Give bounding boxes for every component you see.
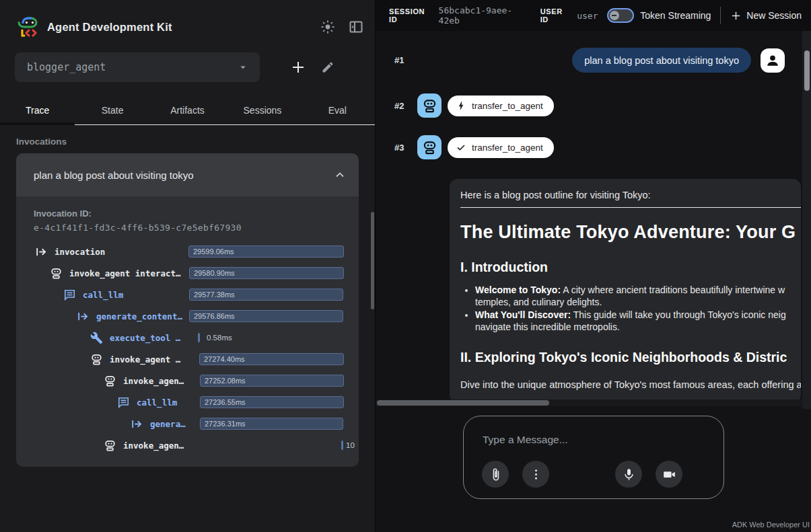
invocation-id-value: e-4c1f41f1-fd3c-4ff6-b539-c7e5ebf67930 [34, 223, 359, 233]
robot-icon [90, 353, 103, 366]
message-row-3: #3 transfer_to_agent [376, 135, 811, 159]
trace-row-invoke-agent: invoke_agen… 10 [34, 434, 359, 456]
trace-row-label[interactable]: call_llm [137, 397, 177, 408]
horizontal-scrollbar-thumb[interactable] [377, 400, 549, 406]
session-id-value: 56bcabc1-9aee-42eb [439, 5, 529, 26]
session-id-label: SESSION ID [389, 7, 433, 24]
microphone-button[interactable] [615, 461, 642, 488]
trace-duration-tick [341, 441, 343, 450]
agent-select-row: blogger_agent [0, 52, 375, 82]
chevron-up-icon[interactable] [333, 168, 347, 182]
trace-row-label[interactable]: generate_content… [96, 311, 182, 321]
message-row-2: #2 transfer_to_agent [376, 93, 811, 118]
plus-icon [730, 10, 742, 22]
blog-title: The Ultimate Tokyo Adventure: Your G [460, 222, 790, 243]
blog-section-1: I. Introduction [460, 260, 790, 275]
tab-state[interactable]: State [75, 96, 149, 124]
message-input[interactable]: Type a Message... [463, 416, 724, 499]
robot-icon [422, 98, 437, 114]
chevron-down-icon [237, 61, 249, 73]
blog-intro-text: Here is a blog post outline for visiting… [460, 190, 790, 200]
tab-eval[interactable]: Eval [300, 96, 375, 124]
collapse-sidebar-button[interactable] [348, 19, 364, 35]
invocation-title: plan a blog post about visiting tokyo [34, 169, 333, 181]
trace-duration-bar: 27236.55ms [200, 396, 344, 408]
user-message-bubble: plan a blog post about visiting tokyo [572, 48, 751, 73]
agent-select[interactable]: blogger_agent [15, 52, 260, 82]
blog-bullet: Welcome to Tokyo: A city where ancient t… [475, 284, 790, 308]
person-icon [765, 53, 780, 68]
sidebar-scrollbar-thumb[interactable] [371, 212, 374, 309]
token-streaming-toggle[interactable] [607, 8, 634, 23]
edit-agent-button[interactable] [321, 61, 334, 74]
trace-duration-bar: 29599.06ms [188, 245, 344, 258]
chat-icon [117, 396, 130, 409]
trace-row-label[interactable]: call_llm [83, 290, 123, 300]
trace-row-generate-content: genera… 27236.31ms [34, 413, 359, 434]
toggle-knob [610, 11, 619, 20]
video-button[interactable] [656, 461, 682, 488]
trace-duration-bar: 29580.90ms [189, 267, 344, 279]
trace-row-label[interactable]: invoke_agent … [110, 354, 180, 365]
function-response-chip[interactable]: transfer_to_agent [448, 137, 554, 158]
trace-row-invoke-agent: invoke_agen… 27252.08ms [34, 370, 359, 391]
blog-paragraph: Dive into the unique atmosphere of Tokyo… [460, 379, 790, 390]
message-number: #1 [394, 55, 417, 65]
user-id-value: user [577, 11, 598, 21]
trace-duration-bar: 27236.31ms [200, 418, 343, 430]
robot-icon [50, 267, 63, 280]
trace-row-label[interactable]: invoke_agen… [123, 441, 184, 451]
trace-duration-text: 10 [346, 440, 355, 451]
app-title: Agent Development Kit [47, 21, 172, 34]
vertical-scrollbar-thumb[interactable] [804, 50, 810, 91]
theme-toggle-button[interactable] [320, 19, 336, 35]
trace-row-label[interactable]: genera… [150, 419, 186, 429]
message-number: #3 [394, 143, 417, 153]
trace-row-label[interactable]: invoke_agen… [123, 376, 184, 386]
blog-divider [460, 207, 801, 208]
bot-avatar [417, 93, 442, 118]
function-call-chip[interactable]: transfer_to_agent [448, 96, 554, 116]
span-arrow-icon [131, 418, 143, 430]
bolt-icon [456, 100, 466, 111]
more-options-button[interactable] [522, 461, 549, 488]
trace-duration-bar: 27252.08ms [200, 375, 344, 387]
token-streaming-label: Token Streaming [640, 10, 711, 21]
sidebar-panel: Agent Development Kit blogger_agent Trac… [0, 0, 375, 532]
trace-row-label[interactable]: execute_tool … [110, 333, 180, 343]
user-id-label: USER ID [540, 7, 571, 24]
adk-web-app: Agent Development Kit blogger_agent Trac… [0, 0, 811, 532]
trace-duration-bar: 29576.86ms [189, 310, 343, 322]
invocation-card-body: Invocation ID: e-4c1f41f1-fd3c-4ff6-b539… [16, 196, 359, 467]
wrench-icon [90, 332, 103, 344]
new-agent-button[interactable] [290, 59, 306, 75]
message-row-1: #1 plan a blog post about visiting tokyo [376, 48, 811, 73]
tab-sessions[interactable]: Sessions [225, 96, 299, 124]
span-arrow-icon [35, 245, 48, 258]
bot-avatar [417, 135, 442, 159]
robot-icon [104, 439, 116, 452]
trace-row-call-llm: call_llm 27236.55ms [34, 391, 359, 413]
invocation-card-header[interactable]: plan a blog post about visiting tokyo [16, 153, 359, 196]
trace-row-execute-tool: execute_tool … 0.58ms [34, 327, 359, 348]
new-session-button[interactable]: New Session [730, 10, 802, 22]
check-icon [456, 142, 466, 153]
adk-logo-icon [17, 16, 40, 38]
robot-icon [104, 375, 116, 387]
tab-trace[interactable]: Trace [0, 96, 75, 124]
sidebar-tabs: Trace State Artifacts Sessions Eval [0, 96, 375, 125]
tab-artifacts[interactable]: Artifacts [150, 96, 225, 124]
user-avatar [761, 48, 785, 73]
message-number: #2 [394, 101, 417, 111]
footer-label: ADK Web Developer UI [732, 521, 810, 529]
trace-duration-tick [198, 333, 200, 342]
trace-row-label[interactable]: invoke_agent interact… [69, 268, 181, 278]
invocation-id-label: Invocation ID: [34, 208, 359, 219]
agent-select-value: blogger_agent [27, 61, 237, 73]
paperclip-icon [489, 467, 503, 482]
attach-file-button[interactable] [482, 461, 509, 488]
chat-scroll-area[interactable]: #1 plan a blog post about visiting tokyo… [376, 31, 811, 409]
chat-icon [63, 289, 76, 301]
trace-row-label[interactable]: invocation [55, 247, 105, 257]
chat-panel: SESSION ID 56bcabc1-9aee-42eb USER ID us… [376, 0, 811, 532]
